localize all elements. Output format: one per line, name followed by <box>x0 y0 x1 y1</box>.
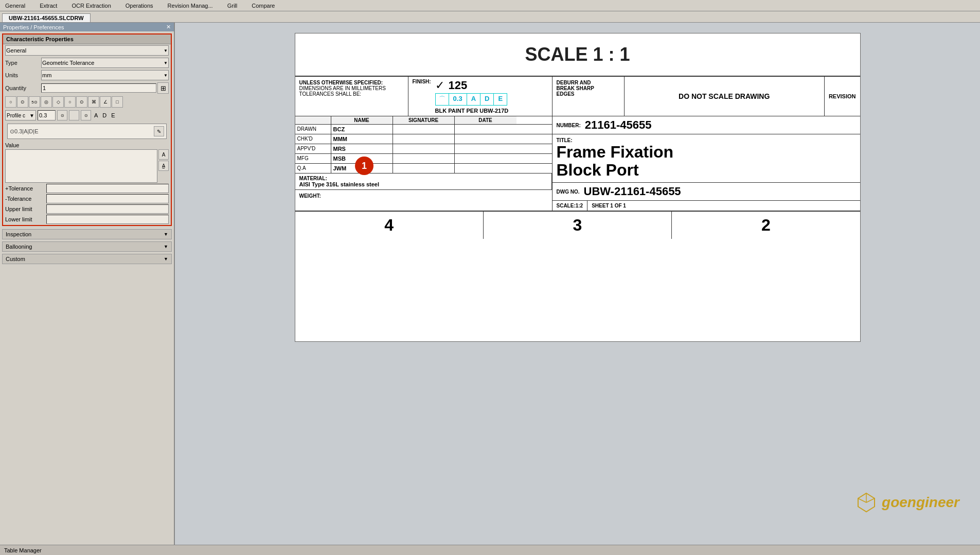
deburr-section: DEBURR AND BREAK SHARP EDGES <box>553 77 625 116</box>
lower-limit-input[interactable] <box>46 215 169 224</box>
sig-header-name: NAME <box>331 116 393 124</box>
toolbar-ocr[interactable]: OCR Extraction <box>68 2 114 10</box>
ballooning-arrow-icon: ▼ <box>164 244 168 249</box>
minus-tolerance-row: -Tolerance <box>5 194 169 203</box>
drawing-fcf-value: 0.3 <box>449 94 467 105</box>
plus-tolerance-input[interactable] <box>46 184 169 193</box>
fcf-display-container: ⊙0.3|A|D|E ✎ <box>5 124 169 139</box>
units-dropdown[interactable]: mm ▼ <box>41 70 169 80</box>
units-row: Units mm ▼ <box>3 69 171 81</box>
finish-checkmark-icon: ✓ <box>435 79 444 92</box>
material-label: MATERIAL: <box>299 176 547 181</box>
weight-section: WEIGHT: <box>295 189 552 201</box>
sidebar: Properties / Preferences ✕ Characteristi… <box>0 23 175 545</box>
profile-dropdown[interactable]: Profile c ▼ <box>5 110 36 120</box>
value-side-buttons: A A̲ <box>158 149 169 183</box>
sig-row-mfg: MFG MSB <box>295 154 552 164</box>
profile-icon-btn2[interactable] <box>69 110 79 120</box>
connect-icon-btn[interactable]: ⌘ <box>88 96 99 108</box>
custom-section[interactable]: Custom ▼ <box>2 254 172 264</box>
sig-header-role <box>295 116 331 124</box>
drawing-area: 1 SCALE 1 : 1 UNLESS OTHERWISE SPECIFIED… <box>175 23 980 545</box>
custom-arrow-icon: ▼ <box>164 256 168 262</box>
finish-symbol-row: ✓ 125 <box>435 79 468 92</box>
value-input-area[interactable] <box>5 149 157 183</box>
fcf-edit-button[interactable]: ✎ <box>154 126 164 136</box>
sig-header-date: DATE <box>455 116 516 124</box>
minus-tolerance-input[interactable] <box>46 194 169 203</box>
type-row: Type Geometric Tolerance ▼ <box>3 57 171 69</box>
square-icon-btn[interactable]: □ <box>112 96 123 108</box>
dwgno-label: DWG NO. <box>557 189 580 195</box>
status-bar: Table Manager <box>0 545 980 555</box>
toolbar-operations[interactable]: Operations <box>122 2 156 10</box>
upper-limit-input[interactable] <box>46 204 169 214</box>
scale-label: SCALE:1:2 <box>553 201 588 211</box>
signatures-section: NAME SIGNATURE DATE DRAWN BCZ <box>295 116 553 211</box>
sig-date-mfg <box>455 154 516 163</box>
bottom-num-4: 4 <box>295 212 484 239</box>
value-label: Value <box>5 141 169 149</box>
value-btn-a[interactable]: A <box>158 149 169 160</box>
dwgno-row: DWG NO. UBW-21161-45655 <box>553 183 860 201</box>
sig-date-qa <box>455 164 516 173</box>
number-label: NUMBER: <box>557 123 581 128</box>
type-dropdown-arrow: ▼ <box>164 61 168 65</box>
do-not-scale-text: DO NOT SCALE DRAWING <box>625 77 824 116</box>
inspection-arrow-icon: ▼ <box>164 232 168 237</box>
sig-role-drawn: DRAWN <box>295 125 331 134</box>
number-row: NUMBER: 21161-45655 <box>553 116 860 134</box>
oval-icon-btn[interactable]: ⊙ <box>76 96 87 108</box>
general-dropdown[interactable]: General ▼ <box>5 45 169 56</box>
drawing-fcf-datum2: D <box>480 94 494 105</box>
quantity-button[interactable]: ⊞ <box>157 82 169 94</box>
diamond-icon-btn[interactable]: ◇ <box>52 96 64 108</box>
toolbar-extract[interactable]: Extract <box>37 2 60 10</box>
sig-name-mmm: MMM <box>331 134 393 144</box>
type-label: Type <box>5 60 41 66</box>
notes-title: UNLESS OTHERWISE SPECIFIED: <box>299 80 404 85</box>
inspection-section[interactable]: Inspection ▼ <box>2 229 172 239</box>
toolbar-grill[interactable]: Grill <box>224 2 241 10</box>
angle-icon-btn[interactable]: ∠ <box>100 96 111 108</box>
sig-row-appvd: APPV'D MRS <box>295 144 552 154</box>
drawing-content[interactable]: 1 SCALE 1 : 1 UNLESS OTHERWISE SPECIFIED… <box>175 23 980 545</box>
profile-icon-btn3[interactable]: ⊙ <box>81 110 91 120</box>
circle-icon-btn[interactable]: ○ <box>5 96 16 108</box>
value-btn-aformat[interactable]: A̲ <box>158 161 169 171</box>
minus-tolerance-label: -Tolerance <box>5 196 46 202</box>
type-dropdown[interactable]: Geometric Tolerance ▼ <box>41 58 169 68</box>
ballooning-section[interactable]: Ballooning ▼ <box>2 241 172 252</box>
svg-line-3 <box>866 498 875 502</box>
upper-limit-label: Upper limit <box>5 206 46 212</box>
file-tab[interactable]: UBW-21161-45655.SLCDRW <box>2 13 91 22</box>
sig-sig-appvd <box>393 144 455 153</box>
circle2-icon-btn[interactable]: ○ <box>64 96 76 108</box>
toolbar-general[interactable]: General <box>2 2 28 10</box>
scale-sheet-row: SCALE:1:2 SHEET 1 OF 1 <box>553 201 860 211</box>
logo-text: goengineer <box>882 494 959 511</box>
symbol-icon-row: ○ ⊙ 5⊙ ◎ ◇ ○ ⊙ ⌘ ∠ □ <box>3 95 171 109</box>
quantity-row: Quantity ⊞ <box>3 81 171 95</box>
profile-value-input[interactable] <box>38 110 56 120</box>
finish-number: 125 <box>449 79 468 92</box>
svg-line-2 <box>858 498 866 502</box>
five-circle-icon-btn[interactable]: 5⊙ <box>29 96 40 108</box>
notes-line2: TOLERANCES SHALL BE: <box>299 91 404 97</box>
quantity-input[interactable] <box>41 83 156 93</box>
toolbar-compare[interactable]: Compare <box>248 2 278 10</box>
title-block-top-row: UNLESS OTHERWISE SPECIFIED: DIMENSIONS A… <box>295 77 860 116</box>
profile-icon-btn1[interactable]: ⊙ <box>57 110 67 120</box>
units-label: Units <box>5 72 41 78</box>
toolbar-revision[interactable]: Revision Manag... <box>165 2 216 10</box>
fcf-display: ⊙0.3|A|D|E ✎ <box>7 124 167 139</box>
bottom-numbers-row: 4 3 2 <box>295 211 860 239</box>
red-circle-indicator: 1 <box>355 157 373 175</box>
circle-dot-icon-btn[interactable]: ⊙ <box>17 96 28 108</box>
drawing-fcf-datum1: A <box>467 94 480 105</box>
tolerance-section: +Tolerance -Tolerance Upper limit Lower … <box>5 184 169 224</box>
sidebar-close-icon[interactable]: ✕ <box>166 24 171 30</box>
finish-paint: BLK PAINT PER UBW-217D <box>435 108 509 114</box>
drawing-sheet: SCALE 1 : 1 UNLESS OTHERWISE SPECIFIED: … <box>295 33 861 342</box>
target-icon-btn[interactable]: ◎ <box>41 96 52 108</box>
